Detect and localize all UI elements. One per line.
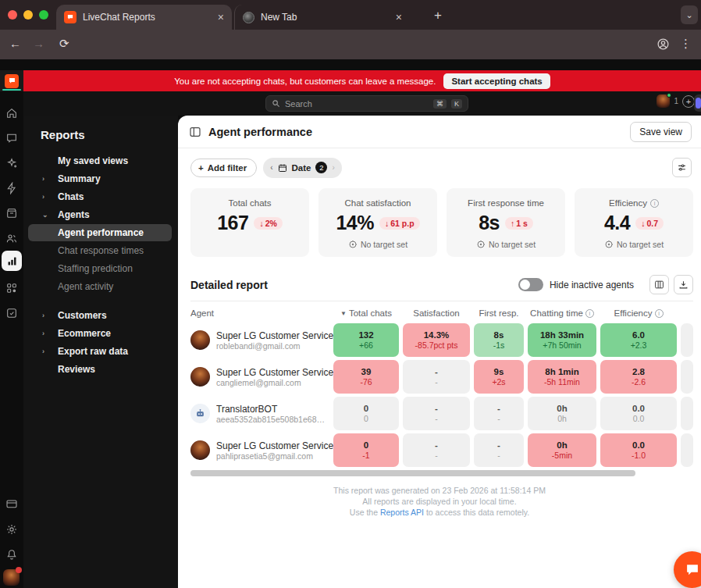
sidebar-item-export-raw-data[interactable]: ›Export raw data: [28, 343, 172, 360]
archives-icon[interactable]: [5, 207, 18, 219]
automation-bolt-icon[interactable]: [5, 182, 18, 194]
sidebar-item-agent-performance[interactable]: Agent performance: [28, 224, 172, 241]
table-row[interactable]: Super LG Customer Service 02cangliemel@g…: [190, 360, 693, 394]
sidebar-item-agent-activity[interactable]: Agent activity: [28, 278, 172, 295]
metric-cell[interactable]: --: [474, 433, 524, 467]
metric-cell[interactable]: 6.0+2.3: [600, 323, 677, 357]
generated-at-text: This report was generated on 23 Feb 2026…: [178, 485, 701, 496]
sidebar-item-reviews[interactable]: Reviews: [28, 361, 172, 378]
ai-sparkle-icon[interactable]: [5, 157, 18, 169]
reload-icon[interactable]: ⟳: [59, 37, 69, 51]
chevron-right-icon[interactable]: ›: [332, 163, 334, 172]
metric-cell[interactable]: 132+66: [333, 323, 399, 357]
new-tab-button[interactable]: +: [434, 8, 442, 23]
info-icon[interactable]: i: [585, 309, 594, 318]
column-header-total-chats[interactable]: ▼Total chats: [333, 308, 399, 318]
apps-icon[interactable]: [5, 282, 18, 294]
column-header-chatting-time[interactable]: Chatting timei: [528, 308, 596, 318]
column-header-agent[interactable]: Agent: [190, 308, 329, 318]
reports-icon-active[interactable]: [2, 251, 22, 271]
add-filter-button[interactable]: + Add filter: [190, 159, 257, 177]
info-icon[interactable]: i: [650, 199, 659, 208]
home-icon[interactable]: [5, 107, 18, 119]
date-filter-chip[interactable]: ‹ Date 2 ›: [263, 158, 342, 178]
start-accepting-chats-button[interactable]: Start accepting chats: [443, 73, 550, 89]
table-row[interactable]: TranslatorBOTaeea5352ab815e508b1e6877010…: [190, 397, 693, 430]
sidebar-item-ecommerce[interactable]: ›Ecommerce: [28, 325, 172, 342]
window-close-button[interactable]: [8, 10, 17, 20]
metric-cell[interactable]: --: [403, 397, 470, 430]
metric-cell[interactable]: 0.00.0: [600, 397, 677, 430]
metric-cell[interactable]: 2.8-2.6: [600, 360, 677, 394]
sidebar-item-chat-response-times[interactable]: Chat response times: [28, 242, 172, 259]
reports-api-link[interactable]: Reports API: [380, 508, 424, 517]
chevron-left-icon[interactable]: ‹: [270, 163, 272, 172]
edge-widget[interactable]: [694, 94, 701, 112]
table-row[interactable]: Super LG Customer Service 03roblebandi@g…: [190, 323, 693, 357]
save-view-button[interactable]: Save view: [630, 122, 692, 142]
browser-tab-newtab[interactable]: New Tab ×: [234, 5, 410, 30]
metric-cell[interactable]: 18h 33min+7h 50min: [528, 323, 596, 357]
notifications-bell-icon[interactable]: [5, 548, 18, 561]
sidebar-item-staffing-prediction[interactable]: Staffing prediction: [28, 260, 172, 277]
columns-button[interactable]: [649, 275, 669, 294]
window-minimize-button[interactable]: [23, 10, 33, 20]
profile-icon[interactable]: [657, 37, 670, 51]
hide-inactive-label: Hide inactive agents: [550, 280, 634, 290]
profile-avatar[interactable]: [3, 569, 20, 586]
tab-search-chevron-icon[interactable]: ⌄: [681, 5, 698, 24]
sidebar-item-label: Export raw data: [58, 346, 128, 357]
tickets-icon[interactable]: [5, 307, 18, 319]
invite-agent-button[interactable]: +: [682, 95, 695, 108]
metric-cell[interactable]: --: [403, 433, 470, 467]
metric-cell[interactable]: 0h-5min: [528, 433, 596, 467]
sidebar-item-agents[interactable]: ⌄Agents: [28, 206, 172, 223]
filter-settings-button[interactable]: [672, 158, 692, 177]
metric-cell[interactable]: 8h 1min-5h 11min: [528, 360, 596, 394]
chevron-right-icon: ›: [42, 347, 44, 355]
sidebar-item-customers[interactable]: ›Customers: [28, 307, 172, 324]
hide-inactive-toggle[interactable]: [518, 278, 543, 291]
search-input[interactable]: Search ⌘ K: [265, 95, 468, 112]
table-row[interactable]: Super LG Customer Service 01pahlipraseti…: [190, 433, 693, 467]
metric-cell[interactable]: 0-1: [333, 433, 399, 467]
browser-menu-icon[interactable]: ⋮: [680, 37, 692, 51]
metric-cell[interactable]: 14.3%-85.7pct pts: [403, 323, 470, 357]
sidebar-title: Reports: [41, 128, 178, 141]
sidebar-item-chats[interactable]: ›Chats: [28, 188, 172, 205]
browser-toolbar: ← → ⟳ my.livechatinc.com/reports/agent-p…: [0, 30, 701, 59]
column-header-efficiency[interactable]: Efficiencyi: [600, 308, 677, 318]
metric-cell[interactable]: 39-76: [333, 360, 399, 394]
info-icon[interactable]: i: [655, 309, 664, 318]
tab-close-icon[interactable]: ×: [396, 11, 402, 23]
metric-cell[interactable]: --: [474, 397, 524, 430]
metric-cell[interactable]: --: [403, 360, 470, 394]
metric-cell[interactable]: 00: [333, 397, 399, 430]
metric-cell[interactable]: 0.0-1.0: [600, 433, 677, 467]
back-icon[interactable]: ←: [9, 37, 21, 50]
tab-close-icon[interactable]: ×: [218, 11, 224, 23]
billing-icon[interactable]: [5, 497, 18, 510]
table-horizontal-scrollbar[interactable]: [190, 470, 693, 476]
column-header-satisfaction[interactable]: Satisfaction: [403, 308, 470, 318]
forward-icon[interactable]: →: [33, 37, 44, 50]
agent-email: aeea5352ab815e508b1e68770108…: [216, 415, 327, 424]
agent-email: cangliemel@gmail.com: [216, 378, 327, 387]
agents-avatar[interactable]: [657, 94, 670, 108]
window-zoom-button[interactable]: [39, 10, 48, 20]
target-icon: [604, 240, 614, 249]
metric-cell[interactable]: 8s-1s: [474, 323, 524, 357]
sidebar-item-my-saved-views[interactable]: My saved views: [28, 152, 172, 169]
team-icon[interactable]: [5, 232, 18, 244]
download-button[interactable]: [674, 275, 693, 294]
browser-tab-livechat[interactable]: LiveChat Reports ×: [56, 5, 232, 30]
settings-gear-icon[interactable]: [5, 523, 18, 536]
agents-online-count: 1: [674, 97, 678, 105]
chats-icon[interactable]: [5, 132, 18, 144]
column-header-first-resp-[interactable]: First resp.: [474, 308, 524, 318]
agent-name: TranslatorBOT: [216, 404, 327, 415]
metric-cell[interactable]: 9s+2s: [474, 360, 524, 394]
collapse-sidebar-icon[interactable]: [189, 126, 201, 138]
metric-cell[interactable]: 0h0h: [528, 397, 596, 430]
sidebar-item-summary[interactable]: ›Summary: [28, 170, 172, 187]
